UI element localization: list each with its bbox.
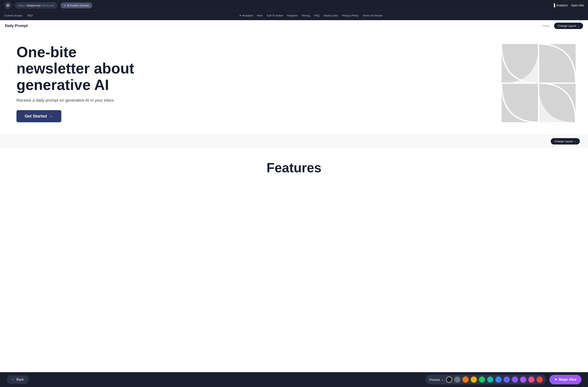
second-navbar: Custom Scripts SEO ✦ Assistant Hero Call… xyxy=(0,11,588,20)
url-tld: .60sec.site xyxy=(41,4,54,7)
editor-header: Daily Prompt Featu... Change Layout ⌄ xyxy=(0,20,588,32)
chevron-down-icon-top: ⌄ xyxy=(577,24,579,27)
arrow-right-icon: → xyxy=(49,114,53,119)
pricing-link[interactable]: Pricing xyxy=(302,13,310,18)
open-site-button[interactable]: Open Site xyxy=(571,4,584,7)
power-icon: ⏻ xyxy=(6,3,9,7)
features-section: Features xyxy=(0,148,588,184)
site-title: Daily Prompt xyxy=(5,24,28,28)
privacy-policy-link[interactable]: Privacy Policy xyxy=(342,13,358,18)
change-layout-button-bottom[interactable]: Change Layout ⌄ xyxy=(551,138,580,145)
power-button[interactable]: ⏻ xyxy=(4,2,12,9)
top-navbar: ⏻ https:// dailyprompt .60sec.site ∞ ⊗ C… xyxy=(0,0,588,11)
hero-title: One-bite newsletter about generative AI xyxy=(17,44,136,93)
hero-subtitle: Receive a daily prompt on generative AI … xyxy=(17,98,136,103)
hero-graphic-svg xyxy=(502,44,576,122)
url-domain: dailyprompt xyxy=(27,4,41,7)
bar-chart-icon: ▐ xyxy=(553,3,555,7)
change-layout-bottom-area: Change Layout ⌄ xyxy=(0,135,588,148)
hero-section: One-bite newsletter about generative AI … xyxy=(0,32,588,135)
chevron-down-icon-bottom: ⌄ xyxy=(574,140,576,143)
second-nav-center: ✦ Assistant Hero Call To Action Features… xyxy=(38,13,584,18)
hero-link[interactable]: Hero xyxy=(257,13,263,18)
assistant-link[interactable]: ✦ Assistant xyxy=(239,13,253,18)
faq-link[interactable]: FAQ xyxy=(314,13,319,18)
url-bar[interactable]: https:// dailyprompt .60sec.site xyxy=(15,2,57,8)
get-started-label: Get Started xyxy=(25,114,47,119)
custom-domain-button[interactable]: ∞ ⊗ Custom Domain xyxy=(61,2,92,8)
analytics-label: Analytics xyxy=(556,4,568,7)
terms-of-service-link[interactable]: Terms of Service xyxy=(363,13,383,18)
change-layout-button-top[interactable]: Change Layout ⌄ xyxy=(554,23,583,29)
social-links-link[interactable]: Social Links xyxy=(324,13,338,18)
svg-rect-2 xyxy=(502,83,539,122)
change-layout-top-label: Change Layout xyxy=(558,24,576,27)
svg-rect-1 xyxy=(539,44,576,83)
analytics-button[interactable]: ▐ Analytics xyxy=(553,3,568,7)
features-link[interactable]: Features xyxy=(287,13,298,18)
change-layout-bottom-label: Change Layout xyxy=(554,140,573,143)
features-title: Features xyxy=(8,160,580,175)
features-partial-label: Featu... xyxy=(543,24,552,27)
custom-domain-label: ⊗ Custom Domain xyxy=(67,4,89,7)
get-started-button[interactable]: Get Started → xyxy=(17,110,61,122)
open-site-label: Open Site xyxy=(571,4,584,7)
hero-image xyxy=(502,44,576,122)
url-https: https:// xyxy=(18,4,26,7)
call-to-action-link[interactable]: Call To Action xyxy=(267,13,283,18)
hero-content: One-bite newsletter about generative AI … xyxy=(17,44,136,122)
custom-scripts-link[interactable]: Custom Scripts xyxy=(4,13,22,18)
link-icon: ∞ xyxy=(64,4,66,7)
second-nav-left: Custom Scripts SEO xyxy=(4,13,33,18)
seo-link[interactable]: SEO xyxy=(27,13,33,18)
